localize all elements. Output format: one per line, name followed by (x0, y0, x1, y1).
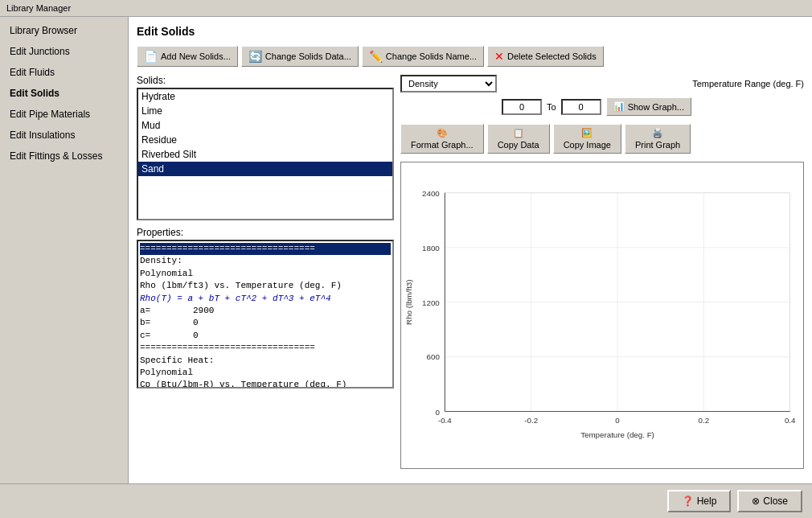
show-graph-icon: 📊 (613, 101, 625, 112)
list-item-lime[interactable]: Lime (138, 104, 392, 118)
sidebar-item-edit-fittings[interactable]: Edit Fittings & Losses (0, 146, 128, 166)
svg-text:-0.4: -0.4 (438, 416, 452, 425)
chart-svg: 0 600 1200 1800 2400 -0.4 -0.2 0 0.2 0.4 (401, 162, 803, 468)
svg-text:-0.2: -0.2 (524, 416, 538, 425)
chart-container: 0 600 1200 1800 2400 -0.4 -0.2 0 0.2 0.4 (400, 162, 804, 469)
copy-image-icon: 🖼️ (581, 128, 593, 138)
prop-density: Density: (140, 255, 391, 267)
page-title: Edit Solids (137, 25, 804, 38)
prop-rho-vs-temp: Rho (lbm/ft3) vs. Temperature (deg. F) (140, 280, 391, 292)
add-icon: 📄 (144, 50, 158, 63)
svg-text:Rho (lbm/ft3): Rho (lbm/ft3) (404, 279, 413, 324)
properties-box[interactable]: ================================= Densit… (137, 240, 394, 388)
print-graph-button[interactable]: 🖨️ Print Graph (625, 124, 691, 154)
prop-polynomial-2: Polynomial (140, 367, 391, 379)
toolbar: 📄 Add New Solids... 🔄 Change Solids Data… (137, 46, 804, 67)
svg-text:2400: 2400 (422, 189, 440, 198)
copy-data-button[interactable]: 📋 Copy Data (487, 124, 550, 154)
list-item-riverbed-silt[interactable]: Riverbed Silt (138, 147, 392, 162)
sidebar: Library Browser Edit Junctions Edit Flui… (0, 17, 129, 483)
prop-a-val: a= 2900 (140, 305, 391, 317)
prop-polynomial-1: Polynomial (140, 268, 391, 280)
graph-toolbar: 🎨 Format Graph... 📋 Copy Data 🖼️ Copy Im… (400, 124, 804, 154)
solids-list: Hydrate Lime Mud Residue Riverbed Silt (137, 88, 394, 220)
close-button[interactable]: ⊗ Close (737, 490, 802, 512)
help-button[interactable]: ❓ Help (667, 490, 732, 512)
prop-rho-formula: Rho(T) = a + bT + cT^2 + dT^3 + eT^4 (140, 293, 391, 305)
svg-text:Temperature (deg. F): Temperature (deg. F) (580, 430, 654, 439)
change-solids-data-button[interactable]: 🔄 Change Solids Data... (241, 46, 359, 67)
prop-b-val: b= 0 (140, 317, 391, 329)
to-label: To (547, 102, 556, 112)
solids-label: Solids: (137, 75, 394, 86)
temp-from-input[interactable] (502, 99, 542, 115)
add-new-solids-button[interactable]: 📄 Add New Solids... (137, 46, 238, 67)
sidebar-item-edit-fluids[interactable]: Edit Fluids (0, 62, 128, 83)
content-area: Edit Solids 📄 Add New Solids... 🔄 Change… (129, 17, 812, 483)
prop-cp-vs-temp: Cp (Btu/lbm-R) vs. Temperature (deg. F) (140, 379, 391, 388)
close-icon: ⊗ (752, 495, 760, 507)
change-data-icon: 🔄 (248, 50, 262, 63)
copy-data-icon: 📋 (513, 128, 524, 138)
svg-text:1200: 1200 (422, 298, 440, 307)
change-solids-name-button[interactable]: ✏️ Change Solids Name... (362, 46, 484, 67)
delete-icon: ✕ (494, 50, 504, 63)
temp-range-label: Temperature Range (deg. F) (692, 79, 804, 88)
svg-text:0.2: 0.2 (699, 416, 710, 425)
show-graph-button[interactable]: 📊 Show Graph... (606, 97, 691, 116)
title-bar: Library Manager (0, 0, 812, 17)
svg-text:1800: 1800 (422, 244, 440, 253)
change-name-icon: ✏️ (369, 50, 383, 63)
list-item-hydrate[interactable]: Hydrate (138, 89, 392, 104)
list-item-sand[interactable]: Sand (138, 162, 392, 176)
svg-text:0: 0 (615, 416, 620, 425)
delete-selected-solids-button[interactable]: ✕ Delete Selected Solids (487, 46, 604, 67)
sidebar-item-edit-pipe-materials[interactable]: Edit Pipe Materials (0, 104, 128, 125)
prop-divider-2: ================================= (140, 342, 391, 354)
sidebar-item-library-browser[interactable]: Library Browser (0, 20, 128, 41)
sidebar-item-edit-junctions[interactable]: Edit Junctions (0, 41, 128, 62)
sidebar-item-edit-solids[interactable]: Edit Solids (0, 83, 128, 104)
format-graph-button[interactable]: 🎨 Format Graph... (400, 124, 484, 154)
list-item-residue[interactable]: Residue (138, 133, 392, 147)
format-icon: 🎨 (437, 128, 448, 138)
temp-to-input[interactable] (561, 99, 601, 115)
footer-bar: ❓ Help ⊗ Close (0, 483, 812, 517)
svg-text:600: 600 (427, 352, 441, 361)
print-icon: 🖨️ (652, 128, 663, 138)
prop-specific-heat: Specific Heat: (140, 355, 391, 367)
svg-text:0.4: 0.4 (785, 416, 796, 425)
help-icon: ❓ (682, 495, 694, 507)
title-text: Library Manager (6, 3, 71, 13)
prop-c-val: c= 0 (140, 330, 391, 342)
sidebar-item-edit-insulations[interactable]: Edit Insulations (0, 125, 128, 146)
copy-image-button[interactable]: 🖼️ Copy Image (553, 124, 621, 154)
properties-label: Properties: (137, 227, 394, 238)
list-item-mud[interactable]: Mud (138, 118, 392, 133)
prop-divider-1: ================================= (140, 243, 391, 255)
density-select[interactable]: Density (400, 75, 497, 92)
